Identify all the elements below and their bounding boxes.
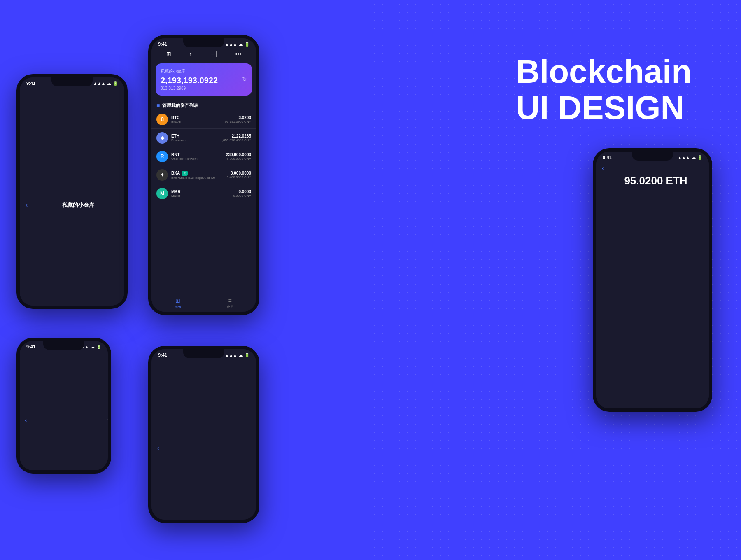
back-button[interactable]: ‹	[602, 165, 604, 172]
eth-icon: ◆	[156, 132, 168, 144]
btc-icon: ₿	[156, 114, 168, 125]
wallet-title: 私藏的小金库	[31, 201, 124, 209]
refresh-icon[interactable]: ↻	[242, 76, 247, 82]
phone-notch	[183, 38, 224, 47]
nav-apps[interactable]: ≡ 应用	[227, 297, 233, 309]
wallet-nav-icon: ⊞	[175, 297, 180, 304]
back-button[interactable]: ‹	[25, 416, 27, 424]
phone-notch	[51, 77, 93, 86]
eth-header: ‹	[596, 161, 709, 166]
asset-row-bxa[interactable]: ✦ BXA 快 Blockchain Exchange Alliance 3,0…	[151, 166, 256, 184]
mkr-icon: M	[156, 188, 168, 199]
exit-button[interactable]: →|	[210, 51, 217, 57]
transfer-header: ‹ ↑	[20, 351, 108, 470]
asset-row-rnt[interactable]: R RNT OneRoot Network 230,000.0000 75,20…	[151, 147, 256, 166]
wallet-card: 私藏的小金库 2,193,193.0922 ↻ 313,313.2989	[156, 63, 252, 96]
hero-title: Blockchain UI DESIGN	[516, 54, 692, 126]
phone-notch	[43, 341, 84, 350]
rnt-icon: R	[156, 151, 168, 162]
wallet-amount: 2,193,193.0922	[161, 76, 218, 85]
hero-line1: Blockchain	[516, 54, 692, 90]
list-icon: ≡	[156, 102, 160, 109]
phone-notch	[183, 349, 224, 358]
bxa-icon: ✦	[156, 169, 168, 181]
confirm-header: ‹	[151, 359, 256, 520]
share-button[interactable]: ↑	[189, 51, 192, 57]
share-button[interactable]: ↑	[107, 417, 108, 423]
scan-button[interactable]: ⊞	[166, 51, 171, 57]
phone-mnemonic: 9:41 ▲▲▲☁🔋 ‹ 确认助记词 high made precision 8…	[148, 346, 259, 523]
asset-row-mkr[interactable]: M MKR Maker 0.0000 0.0000 CNY	[151, 184, 256, 203]
wallet-card-title: 私藏的小金库	[161, 68, 247, 74]
back-button[interactable]: ‹	[26, 201, 28, 209]
phone-portfolio: 9:41 ▲▲▲☁🔋 ‹ 私藏的小金库 2018/06/06 00:00 ~ 2…	[16, 74, 128, 309]
back-button[interactable]: ‹	[157, 445, 159, 452]
nav-wallet[interactable]: ⊞ 链包	[175, 297, 181, 309]
asset-row-btc[interactable]: ₿ BTC Bitcoin 3.0200 91,791.3900 CNY	[151, 110, 256, 129]
wallet-sub: 313,313.2989	[161, 86, 247, 91]
eth-amount: 95.0200 ETH	[596, 166, 709, 408]
phone-eth-detail: 9:41 ▲▲▲☁🔋 ‹ 95.0200 ETH 68,025.7682 CNY…	[593, 148, 712, 412]
hero-line2: UI DESIGN	[516, 90, 692, 126]
phone-transfer-detail: 9:41 ▲▲▲☁🔋 ‹ ↑ 转账详情 状态 成功 总金额 12.0000 ET…	[16, 338, 111, 474]
more-button[interactable]: •••	[235, 51, 241, 57]
toolbar[interactable]: ⊞ ↑ →| •••	[151, 48, 256, 60]
header-bar: ‹ 私藏的小金库	[20, 87, 124, 306]
phone-asset-list: 9:41 ▲▲▲☁🔋 ⊞ ↑ →| ••• 私藏的小金库 2,193,193.0…	[148, 35, 259, 315]
phone-notch	[632, 152, 673, 161]
apps-nav-icon: ≡	[228, 297, 231, 304]
asset-list-title: ≡ 管理我的资产列表	[151, 99, 256, 110]
asset-row-eth[interactable]: ◆ ETH Ethereum 2122.0235 1,850,876.4500 …	[151, 129, 256, 147]
bottom-nav[interactable]: ⊞ 链包 ≡ 应用	[151, 294, 256, 312]
fast-badge: 快	[182, 171, 188, 176]
